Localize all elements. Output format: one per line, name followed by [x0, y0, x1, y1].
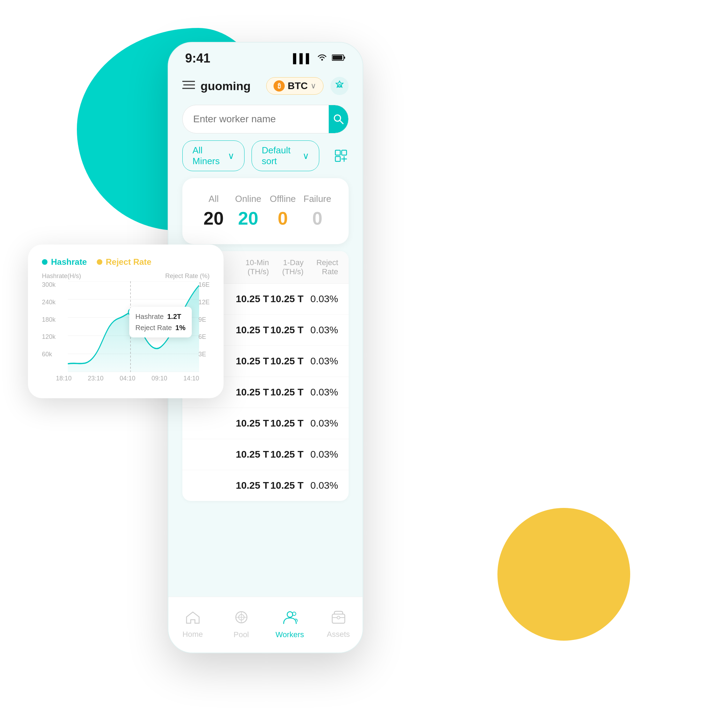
chart-tooltip: Hashrate 1.2T Reject Rate 1%	[129, 307, 192, 338]
hashrate-1day: 10.25 T	[269, 449, 304, 460]
hashrate-10min: 10.25 T	[234, 356, 269, 367]
reject-rate: 0.03%	[304, 294, 338, 304]
btc-label: BTC	[288, 80, 308, 92]
svg-rect-11	[333, 55, 343, 60]
chart-area: 300k 240k 180k 120k 60k 16E 12E 9E 6E 3E	[42, 281, 210, 372]
filter-row: All Miners ∨ Default sort ∨	[168, 141, 362, 178]
svg-rect-10	[344, 57, 345, 59]
table-row[interactable]: 10.25 T 10.25 T 0.03%	[182, 439, 349, 470]
reject-rate: 0.03%	[304, 324, 338, 336]
settings-icon[interactable]	[330, 77, 349, 95]
hashrate-dot	[42, 259, 47, 265]
reject-rate: 0.03%	[304, 356, 338, 367]
hashrate-10min: 10.25 T	[234, 294, 269, 304]
nav-workers[interactable]: Workers	[266, 597, 314, 653]
svg-rect-21	[335, 156, 340, 161]
reject-rate: 0.03%	[304, 480, 338, 491]
y-left-axis-label: Hashrate(H/s)	[42, 272, 81, 280]
svg-point-8	[321, 59, 323, 60]
search-button[interactable]	[329, 105, 348, 133]
y-right-labels: 16E 12E 9E 6E 3E	[199, 281, 210, 358]
search-bar	[182, 105, 349, 133]
reject-label: Reject Rate	[106, 257, 151, 267]
stat-offline-label: Offline	[266, 194, 300, 204]
nav-home[interactable]: Home	[168, 597, 217, 653]
stat-all-value: 20	[196, 208, 231, 229]
hashrate-10min: 10.25 T	[234, 324, 269, 336]
table-row[interactable]: 10.25 T 10.25 T 0.03%	[182, 408, 349, 439]
svg-rect-20	[342, 150, 347, 155]
menu-icon[interactable]	[182, 80, 195, 93]
hashrate-10min: 10.25 T	[234, 387, 269, 398]
hashrate-label: Hashrate	[51, 257, 87, 267]
hashrate-1day: 10.25 T	[269, 356, 304, 367]
x-axis-labels: 18:10 23:10 04:10 09:10 14:10	[42, 372, 210, 382]
sort-label: Default sort	[262, 145, 299, 167]
stat-offline: Offline 0	[266, 191, 300, 232]
stats-card: All 20 Online 20 Offline 0 Failure 0	[182, 178, 349, 244]
stat-failure: Failure 0	[300, 191, 335, 232]
nav-assets[interactable]: Assets	[314, 597, 362, 653]
svg-point-28	[287, 612, 293, 617]
hashrate-1day: 10.25 T	[269, 480, 304, 491]
workers-label: Workers	[275, 630, 304, 639]
stat-offline-value: 0	[266, 208, 300, 229]
stat-failure-label: Failure	[300, 194, 335, 204]
btc-dropdown-arrow: ∨	[310, 81, 316, 90]
reject-rate: 0.03%	[304, 387, 338, 398]
sort-dropdown-icon: ∨	[303, 151, 309, 161]
assets-icon	[332, 611, 346, 627]
workers-icon	[282, 610, 298, 627]
header-right: ₿ BTC ∨	[266, 77, 349, 95]
reject-legend: Reject Rate	[97, 257, 151, 267]
chart-axes: Hashrate(H/s) Reject Rate (%)	[42, 272, 210, 280]
col-reject: Reject Rate	[304, 258, 338, 276]
nav-pool[interactable]: Pool	[217, 597, 266, 653]
signal-icon: ▌▌▌	[293, 53, 312, 64]
stat-failure-value: 0	[300, 208, 335, 229]
all-miners-filter[interactable]: All Miners ∨	[182, 141, 245, 171]
y-left-labels: 300k 240k 180k 120k 60k	[42, 281, 55, 358]
sort-filter[interactable]: Default sort ∨	[251, 141, 319, 171]
status-time: 9:41	[185, 51, 210, 66]
hashrate-10min: 10.25 T	[234, 449, 269, 460]
stat-all: All 20	[196, 191, 231, 232]
stat-online: Online 20	[231, 191, 266, 232]
hashrate-1day: 10.25 T	[269, 387, 304, 398]
assets-label: Assets	[327, 630, 350, 639]
svg-rect-19	[335, 150, 340, 155]
btc-icon: ₿	[274, 80, 285, 92]
btc-badge[interactable]: ₿ BTC ∨	[266, 77, 323, 95]
all-miners-label: All Miners	[193, 145, 224, 167]
hashrate-1day: 10.25 T	[269, 418, 304, 429]
bg-yellow-decoration	[497, 508, 630, 641]
reject-rate: 0.03%	[304, 449, 338, 460]
pool-icon	[234, 610, 248, 627]
hashrate-1day: 10.25 T	[269, 294, 304, 304]
chart-legend: Hashrate Reject Rate	[42, 257, 210, 267]
stat-all-label: All	[196, 194, 231, 204]
search-input[interactable]	[183, 106, 329, 132]
hashrate-10min: 10.25 T	[234, 480, 269, 491]
bottom-nav: Home Pool Worker	[168, 596, 362, 653]
table-row[interactable]: 10.25 T 10.25 T 0.03%	[182, 470, 349, 501]
status-bar: 9:41 ▌▌▌	[168, 43, 362, 70]
hashrate-10min: 10.25 T	[234, 418, 269, 429]
miners-dropdown-icon: ∨	[228, 151, 234, 161]
chart-card: Hashrate Reject Rate Hashrate(H/s) Rejec…	[28, 245, 223, 398]
hashrate-legend: Hashrate	[42, 257, 87, 267]
username-label: guoming	[200, 79, 251, 93]
svg-line-18	[340, 121, 343, 124]
status-icons: ▌▌▌	[293, 53, 346, 64]
home-icon	[186, 611, 200, 627]
col-1day: 1-Day (TH/s)	[269, 258, 304, 276]
table-view-icon[interactable]	[333, 147, 349, 165]
battery-icon	[332, 53, 346, 64]
header-left: guoming	[182, 79, 251, 93]
reject-rate: 0.03%	[304, 418, 338, 429]
col-10min: 10-Min (TH/s)	[234, 258, 269, 276]
app-header: guoming ₿ BTC ∨	[168, 70, 362, 102]
reject-dot	[97, 259, 102, 265]
stat-online-value: 20	[231, 208, 266, 229]
home-label: Home	[182, 630, 203, 639]
